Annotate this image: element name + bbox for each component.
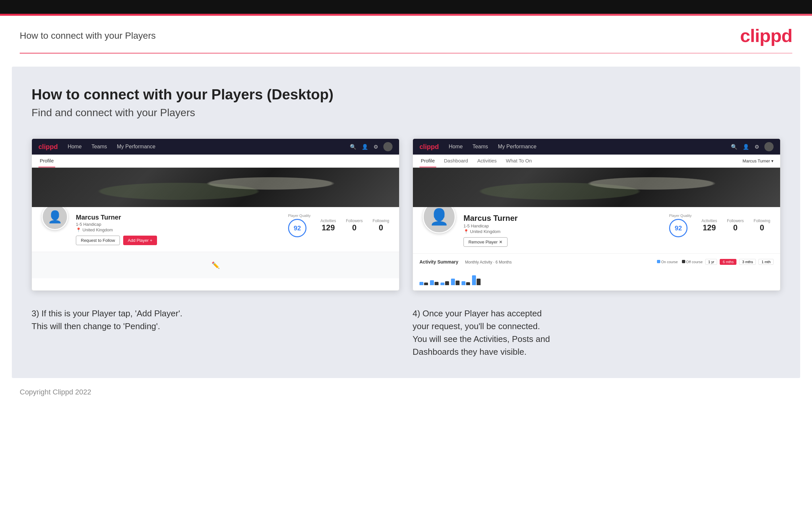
legend-offcourse: Off course bbox=[682, 260, 703, 264]
activity-controls: On course Off course 1 yr 6 mths 3 mths … bbox=[657, 259, 773, 265]
left-profile-section: 👤 Marcus Turner 1-5 Handicap 📍 United Ki… bbox=[32, 207, 399, 252]
remove-player-button[interactable]: Remove Player ✕ bbox=[463, 237, 507, 247]
activity-chart bbox=[419, 269, 773, 285]
main-title: How to connect with your Players (Deskto… bbox=[32, 86, 780, 103]
bar-1-oncourse bbox=[419, 282, 423, 285]
bar-2-offcourse bbox=[435, 282, 439, 285]
left-quality-label: Player Quality bbox=[288, 214, 310, 218]
bar-4-oncourse bbox=[451, 279, 455, 285]
bar-6-oncourse bbox=[472, 275, 476, 285]
left-nav-home[interactable]: Home bbox=[68, 144, 82, 150]
left-profile-location: 📍 United Kingdom bbox=[76, 227, 280, 232]
left-golf-banner bbox=[32, 168, 399, 207]
page-title: How to connect with your Players bbox=[20, 31, 156, 41]
header-divider bbox=[20, 53, 792, 54]
tab-profile[interactable]: Profile bbox=[39, 155, 55, 167]
right-tab-profile[interactable]: Profile bbox=[419, 155, 436, 167]
left-tabs: Profile bbox=[32, 155, 399, 168]
search-icon[interactable]: 🔍 bbox=[350, 144, 356, 150]
right-tab-activities[interactable]: Activities bbox=[476, 155, 498, 167]
screenshots-row: clippd Home Teams My Performance 🔍 👤 ⚙ P… bbox=[32, 138, 780, 291]
right-profile-name: Marcus Turner bbox=[463, 214, 661, 223]
period-1mth[interactable]: 1 mth bbox=[758, 259, 773, 265]
right-remove-btn-container: Remove Player ✕ bbox=[463, 237, 661, 247]
bar-1-offcourse bbox=[424, 283, 428, 285]
right-search-icon[interactable]: 🔍 bbox=[731, 144, 738, 150]
legend-oncourse: On course bbox=[657, 260, 678, 264]
activity-title: Activity Summary bbox=[419, 259, 458, 265]
bar-group-3 bbox=[441, 281, 449, 285]
add-player-button[interactable]: Add Player + bbox=[123, 236, 157, 245]
right-tab-dashboard[interactable]: Dashboard bbox=[443, 155, 469, 167]
right-quality-container: Player Quality 92 bbox=[669, 214, 692, 237]
left-profile-name: Marcus Turner bbox=[76, 214, 280, 221]
request-follow-button[interactable]: Request to Follow bbox=[76, 236, 120, 245]
screenshot-left: clippd Home Teams My Performance 🔍 👤 ⚙ P… bbox=[32, 138, 399, 291]
right-nav-performance[interactable]: My Performance bbox=[498, 144, 537, 150]
pen-icon: ✏️ bbox=[211, 261, 220, 269]
left-profile-handicap: 1-5 Handicap bbox=[76, 222, 280, 227]
left-profile-buttons: Request to Follow Add Player + bbox=[76, 236, 280, 245]
captions-row: 3) If this is your Player tap, 'Add Play… bbox=[32, 307, 780, 358]
screenshot-right: clippd Home Teams My Performance 🔍 👤 ⚙ P… bbox=[413, 138, 780, 291]
right-stat-followers: Followers 0 bbox=[727, 219, 744, 232]
left-quality-circle: 92 bbox=[288, 219, 306, 237]
right-tabs-list: Profile Dashboard Activities What To On bbox=[419, 155, 533, 167]
user-icon[interactable]: 👤 bbox=[362, 144, 368, 150]
bar-4-offcourse bbox=[456, 281, 460, 285]
footer: Copyright Clippd 2022 bbox=[0, 378, 812, 406]
right-nav: clippd Home Teams My Performance 🔍 👤 ⚙ bbox=[413, 139, 780, 155]
right-tabs: Profile Dashboard Activities What To On … bbox=[413, 155, 780, 168]
left-nav-teams[interactable]: Teams bbox=[92, 144, 107, 150]
avatar[interactable] bbox=[383, 142, 393, 151]
right-tab-whattoon[interactable]: What To On bbox=[505, 155, 533, 167]
left-profile-avatar: 👤 bbox=[42, 204, 68, 230]
caption-right-text: 4) Once your Player has acceptedyour req… bbox=[413, 307, 780, 358]
right-nav-icons: 🔍 👤 ⚙ bbox=[731, 142, 773, 151]
right-nav-home[interactable]: Home bbox=[449, 144, 463, 150]
bar-3-oncourse bbox=[441, 283, 445, 285]
left-nav-performance[interactable]: My Performance bbox=[117, 144, 155, 150]
caption-right: 4) Once your Player has acceptedyour req… bbox=[413, 307, 780, 358]
period-1yr[interactable]: 1 yr bbox=[705, 259, 717, 265]
right-golf-banner bbox=[413, 168, 780, 207]
right-location-icon: 📍 bbox=[463, 229, 469, 234]
right-avatar[interactable] bbox=[764, 142, 773, 151]
right-user-icon[interactable]: 👤 bbox=[743, 144, 749, 150]
activity-left: Activity Summary Monthly Activity · 6 Mo… bbox=[419, 259, 512, 265]
bar-group-4 bbox=[451, 279, 460, 285]
caption-left-text: 3) If this is your Player tap, 'Add Play… bbox=[32, 307, 399, 333]
left-nav: clippd Home Teams My Performance 🔍 👤 ⚙ bbox=[32, 139, 399, 155]
location-icon: 📍 bbox=[76, 227, 81, 232]
right-stats-row: Player Quality 92 Activities 129 Followe… bbox=[669, 214, 770, 237]
bar-group-6 bbox=[472, 275, 480, 285]
bar-5-offcourse bbox=[466, 282, 470, 285]
period-6mths[interactable]: 6 mths bbox=[720, 259, 737, 265]
left-stat-followers: Followers 0 bbox=[346, 219, 363, 232]
right-profile-section: 👤 Marcus Turner 1-5 Handicap 📍 United Ki… bbox=[413, 207, 780, 253]
bar-5-oncourse bbox=[461, 281, 465, 285]
left-stat-activities: Activities 129 bbox=[320, 219, 336, 232]
right-profile-handicap: 1-5 Handicap bbox=[463, 223, 661, 228]
avatar-icon: 👤 bbox=[48, 210, 62, 224]
activity-period: Monthly Activity · 6 Months bbox=[465, 260, 512, 265]
main-subtitle: Find and connect with your Players bbox=[32, 107, 780, 119]
close-icon: ✕ bbox=[499, 239, 503, 244]
right-golf-banner-overlay bbox=[413, 168, 780, 207]
oncourse-dot bbox=[657, 260, 660, 263]
marcus-turner-dropdown[interactable]: Marcus Turner ▾ bbox=[743, 159, 773, 163]
right-profile-location: 📍 United Kingdom bbox=[463, 229, 661, 234]
right-settings-icon[interactable]: ⚙ bbox=[755, 144, 759, 150]
main-content: How to connect with your Players (Deskto… bbox=[12, 67, 800, 378]
caption-left: 3) If this is your Player tap, 'Add Play… bbox=[32, 307, 399, 358]
right-stat-following: Following 0 bbox=[754, 219, 770, 232]
left-nav-logo: clippd bbox=[39, 143, 58, 151]
right-nav-teams[interactable]: Teams bbox=[473, 144, 488, 150]
left-quality-container: Player Quality 92 bbox=[288, 214, 310, 237]
bar-3-offcourse bbox=[445, 281, 449, 285]
settings-icon[interactable]: ⚙ bbox=[373, 144, 378, 150]
right-activity-summary: Activity Summary Monthly Activity · 6 Mo… bbox=[413, 253, 780, 290]
golf-banner-overlay bbox=[32, 168, 399, 207]
period-3mths[interactable]: 3 mths bbox=[739, 259, 756, 265]
bar-group-2 bbox=[430, 280, 439, 285]
